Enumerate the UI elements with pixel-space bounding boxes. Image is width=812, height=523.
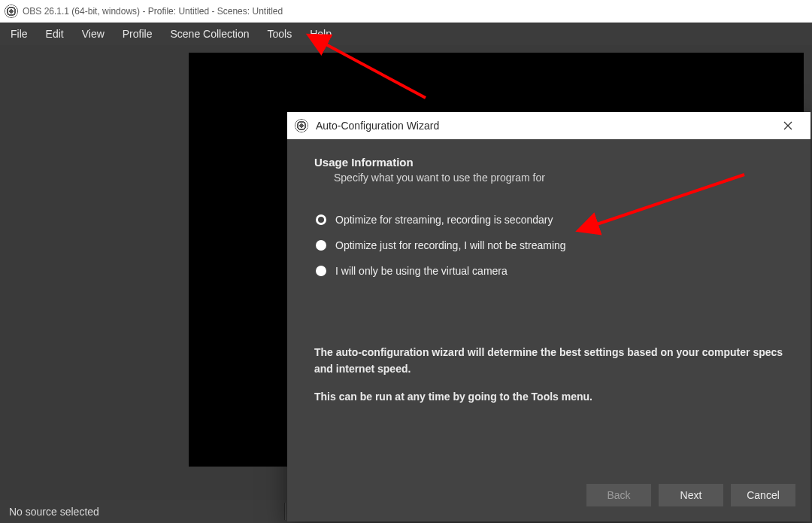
radio-label: Optimize for streaming, recording is sec… [335,214,553,226]
next-button[interactable]: Next [659,484,723,506]
close-icon [783,121,792,130]
radio-label: I will only be using the virtual camera [335,265,508,277]
menu-scene-collection[interactable]: Scene Collection [162,25,256,43]
dialog-body: Usage Information Specify what you want … [287,139,810,476]
auto-config-wizard-dialog: Auto-Configuration Wizard Usage Informat… [287,112,810,521]
radio-selected-icon [316,214,326,225]
menu-help[interactable]: Help [302,25,339,43]
radio-unselected-icon [316,266,326,276]
obs-logo-icon [295,119,308,132]
dialog-footer: Back Next Cancel [287,476,810,521]
back-button: Back [586,484,651,506]
radio-option-streaming[interactable]: Optimize for streaming, recording is sec… [316,214,783,226]
menu-file[interactable]: File [3,25,35,43]
section-title: Usage Information [314,156,783,169]
cancel-button[interactable]: Cancel [731,484,795,506]
menu-view[interactable]: View [74,25,112,43]
radio-option-virtual-camera[interactable]: I will only be using the virtual camera [316,265,783,277]
window-titlebar: OBS 26.1.1 (64-bit, windows) - Profile: … [0,0,812,23]
menu-tools[interactable]: Tools [260,25,300,43]
obs-logo-icon [5,5,18,18]
window-title: OBS 26.1.1 (64-bit, windows) - Profile: … [23,6,283,17]
radio-group-usage: Optimize for streaming, recording is sec… [316,214,783,277]
dialog-titlebar: Auto-Configuration Wizard [287,112,810,139]
dialog-title: Auto-Configuration Wizard [316,120,439,132]
menubar: File Edit View Profile Scene Collection … [0,23,812,45]
status-text: No source selected [9,506,99,518]
radio-option-recording[interactable]: Optimize just for recording, I will not … [316,239,783,251]
menu-edit[interactable]: Edit [38,25,71,43]
info-paragraph-2: This can be run at any time by going to … [314,389,783,406]
close-button[interactable] [773,112,803,139]
radio-label: Optimize just for recording, I will not … [335,239,566,251]
section-subtitle: Specify what you want to use the program… [334,172,783,184]
status-divider [284,503,286,520]
menu-profile[interactable]: Profile [115,25,160,43]
info-paragraph-1: The auto-configuration wizard will deter… [314,345,783,377]
radio-unselected-icon [316,240,326,251]
